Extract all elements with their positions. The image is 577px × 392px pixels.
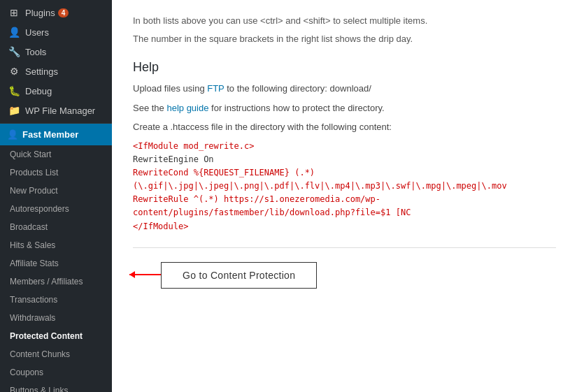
info-line-2: The number in the square brackets in the… [133,32,556,46]
plugins-icon: ⊞ [7,7,21,18]
sidebar-item-users[interactable]: 👤 Users [0,22,112,42]
fast-member-header[interactable]: 👤 Fast Member [0,124,112,145]
hits-sales-label: Hits & Sales [10,240,55,250]
help-line-1: Upload files using FTP to the following … [133,82,556,96]
sidebar-label-settings: Settings [25,66,58,77]
help-line-3: Create a .htaccess file in the directory… [133,120,556,134]
sidebar-item-affiliate-stats[interactable]: Affiliate Stats [0,254,112,273]
help-line-2: See the help guide for instructions how … [133,101,556,115]
sidebar-top-section: ⊞ Plugins 4 👤 Users 🔧 Tools ⚙ Settings 🐛… [0,0,112,124]
sidebar-label-users: Users [25,27,49,38]
broadcast-label: Broadcast [10,222,48,232]
sidebar-item-autoresponders[interactable]: Autoresponders [0,200,112,218]
autoresponders-label: Autoresponders [10,204,69,214]
sidebar-item-wp-file-manager[interactable]: 📁 WP File Manager [0,101,112,120]
sidebar-item-products-list[interactable]: Products List [0,164,112,182]
new-product-label: New Product [10,186,58,196]
code-block: <IfModule mod_rewrite.c> RewriteEngine O… [133,140,556,233]
sidebar-item-debug[interactable]: 🐛 Debug [0,81,112,101]
fast-member-icon: 👤 [7,129,18,140]
horizontal-divider [133,247,556,248]
code-line-5: </IfModule> [133,220,556,233]
sidebar-item-hits-sales[interactable]: Hits & Sales [0,236,112,254]
code-line-2: RewriteEngine On [133,153,556,166]
sidebar-item-settings[interactable]: ⚙ Settings [0,61,112,81]
arrow-decoration [122,268,164,282]
help-title: Help [133,60,556,75]
sidebar-label-debug: Debug [25,86,52,96]
info-line-1: In both lists above you can use <ctrl> a… [133,14,556,28]
sidebar: ⊞ Plugins 4 👤 Users 🔧 Tools ⚙ Settings 🐛… [0,0,112,392]
code-line-3: RewriteCond %{REQUEST_FILENAME} (.*)(\.g… [133,166,556,193]
svg-marker-1 [129,271,135,278]
code-line-4: RewriteRule ^(.*) https://s1.onezeromedi… [133,193,556,219]
sidebar-item-new-product[interactable]: New Product [0,182,112,200]
sidebar-item-content-chunks[interactable]: Content Chunks [0,345,112,363]
sidebar-item-withdrawals[interactable]: Withdrawals [0,309,112,327]
sidebar-item-transactions[interactable]: Transactions [0,291,112,309]
content-chunks-label: Content Chunks [10,349,70,359]
sidebar-item-broadcast[interactable]: Broadcast [0,218,112,236]
sidebar-label-tools: Tools [25,47,46,57]
members-affiliates-label: Members / Affiliates [10,277,83,286]
withdrawals-label: Withdrawals [10,313,55,323]
coupons-label: Coupons [10,368,43,377]
transactions-label: Transactions [10,295,57,305]
sidebar-item-members-affiliates[interactable]: Members / Affiliates [0,273,112,291]
sidebar-item-protected-content[interactable]: Protected Content [0,327,112,345]
sidebar-item-plugins[interactable]: ⊞ Plugins 4 [0,3,112,22]
tools-icon: 🔧 [7,46,21,57]
main-content: In both lists above you can use <ctrl> a… [112,0,577,392]
sidebar-label-plugins: Plugins [25,8,55,18]
sidebar-item-tools[interactable]: 🔧 Tools [0,42,112,61]
sidebar-item-buttons-links[interactable]: Buttons & Links [0,382,112,392]
go-to-content-protection-button[interactable]: Go to Content Protection [161,262,317,289]
settings-icon: ⚙ [7,66,21,77]
file-manager-icon: 📁 [7,105,21,116]
button-section: Go to Content Protection [161,262,556,289]
code-line-1: <IfModule mod_rewrite.c> [133,140,556,153]
sidebar-item-quick-start[interactable]: Quick Start [0,145,112,164]
sidebar-item-coupons[interactable]: Coupons [0,363,112,382]
products-list-label: Products List [10,168,58,177]
sidebar-label-wp-file-manager: WP File Manager [25,106,95,116]
protected-content-label: Protected Content [10,331,83,341]
affiliate-stats-label: Affiliate Stats [10,259,59,268]
ftp-link[interactable]: FTP [207,83,224,94]
buttons-links-label: Buttons & Links [10,386,68,392]
help-guide-link[interactable]: help guide [166,103,208,113]
quick-start-label: Quick Start [10,150,51,159]
fast-member-label: Fast Member [22,129,78,140]
debug-icon: 🐛 [7,85,21,96]
plugins-badge: 4 [58,8,69,17]
users-icon: 👤 [7,27,21,38]
